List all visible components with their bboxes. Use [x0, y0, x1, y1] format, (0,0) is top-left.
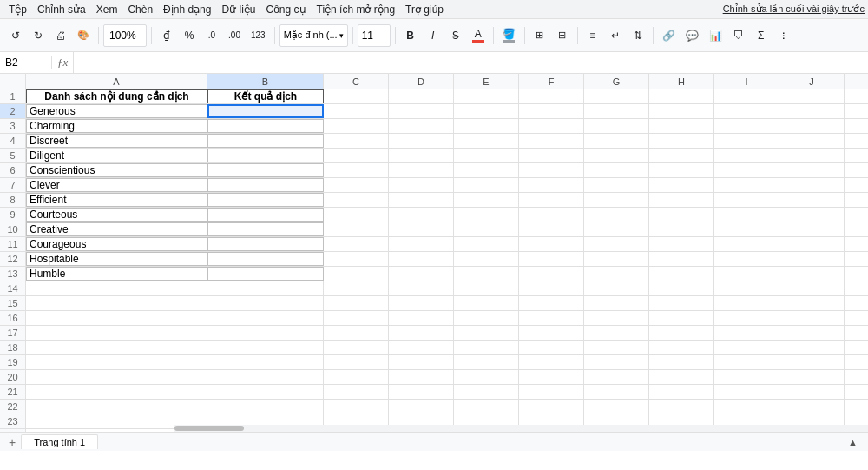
print-button[interactable]: 🖨 [50, 23, 71, 48]
list-item[interactable] [779, 178, 845, 192]
undo-button[interactable]: ↺ [5, 23, 26, 48]
list-item[interactable] [714, 296, 779, 310]
list-item[interactable] [207, 237, 324, 251]
row-number-5[interactable]: 5 [0, 149, 26, 162]
scrollbar-thumb-h[interactable] [174, 426, 244, 431]
row-number-19[interactable]: 19 [0, 355, 26, 369]
list-item[interactable] [519, 222, 584, 236]
list-item[interactable] [454, 326, 519, 340]
list-item[interactable] [454, 89, 519, 103]
list-item[interactable] [454, 208, 519, 222]
list-item[interactable] [454, 134, 519, 148]
list-item[interactable] [389, 193, 454, 207]
list-item[interactable]: Kết quả dịch [207, 89, 324, 103]
row-number-16[interactable]: 16 [0, 311, 26, 325]
list-item[interactable] [714, 178, 779, 192]
list-item[interactable] [207, 355, 324, 369]
list-item[interactable] [454, 385, 519, 399]
list-item[interactable] [649, 400, 714, 414]
list-item[interactable] [519, 178, 584, 192]
decimal-increase-button[interactable]: .00 [224, 23, 245, 48]
cell-reference[interactable]: B2 [0, 56, 52, 69]
comment-button[interactable]: 💬 [681, 23, 703, 48]
list-item[interactable] [519, 134, 584, 148]
chart-button[interactable]: 📊 [705, 23, 727, 48]
number-format-button[interactable]: 123 [247, 23, 270, 48]
list-item[interactable] [324, 385, 389, 399]
list-item[interactable] [26, 385, 207, 399]
list-item[interactable]: Creative [26, 222, 207, 236]
list-item[interactable] [454, 222, 519, 236]
list-item[interactable] [207, 222, 324, 236]
list-item[interactable] [324, 104, 389, 118]
vertical-align-button[interactable]: ⇅ [628, 23, 648, 48]
list-item[interactable] [779, 104, 845, 118]
redo-button[interactable]: ↻ [28, 23, 49, 48]
list-item[interactable] [714, 341, 779, 354]
list-item[interactable] [519, 370, 584, 384]
list-item[interactable] [519, 385, 584, 399]
list-item[interactable] [519, 104, 584, 118]
col-header-g[interactable]: G [584, 74, 649, 89]
grid-scroll[interactable]: 1Danh sách nội dung cần dịchKết quả dịch… [0, 89, 868, 451]
menu-chen[interactable]: Chèn [122, 2, 158, 17]
list-item[interactable] [519, 296, 584, 310]
list-item[interactable] [324, 222, 389, 236]
list-item[interactable] [389, 89, 454, 103]
list-item[interactable]: Diligent [26, 149, 207, 162]
list-item[interactable] [389, 400, 454, 414]
list-item[interactable] [584, 341, 649, 354]
col-header-d[interactable]: D [389, 74, 454, 89]
list-item[interactable] [779, 400, 845, 414]
text-wrap-button[interactable]: ↵ [605, 23, 626, 48]
list-item[interactable] [519, 193, 584, 207]
list-item[interactable] [779, 326, 845, 340]
list-item[interactable] [519, 89, 584, 103]
row-number-2[interactable]: 2 [0, 104, 26, 118]
list-item[interactable] [389, 252, 454, 266]
list-item[interactable] [454, 341, 519, 354]
bold-button[interactable]: B [400, 23, 421, 48]
list-item[interactable] [26, 311, 207, 325]
horizontal-scrollbar[interactable] [174, 425, 868, 432]
menu-chinhsua[interactable]: Chỉnh sửa [32, 2, 91, 17]
list-item[interactable] [649, 237, 714, 251]
list-item[interactable] [649, 134, 714, 148]
list-item[interactable] [324, 89, 389, 103]
list-item[interactable] [584, 252, 649, 266]
list-item[interactable] [584, 400, 649, 414]
list-item[interactable] [454, 193, 519, 207]
list-item[interactable] [454, 119, 519, 133]
list-item[interactable] [519, 208, 584, 222]
list-item[interactable] [714, 149, 779, 162]
list-item[interactable] [389, 134, 454, 148]
list-item[interactable] [454, 163, 519, 177]
list-item[interactable] [389, 355, 454, 369]
list-item[interactable] [26, 355, 207, 369]
list-item[interactable] [519, 149, 584, 162]
list-item[interactable] [519, 163, 584, 177]
strikethrough-button[interactable]: S̶ [445, 23, 466, 48]
list-item[interactable] [714, 311, 779, 325]
list-item[interactable] [324, 178, 389, 192]
list-item[interactable] [779, 163, 845, 177]
list-item[interactable] [207, 149, 324, 162]
row-number-1[interactable]: 1 [0, 89, 26, 103]
row-number-23[interactable]: 23 [0, 414, 26, 428]
list-item[interactable] [389, 267, 454, 281]
list-item[interactable] [584, 326, 649, 340]
row-number-20[interactable]: 20 [0, 370, 26, 384]
paint-format-button[interactable]: 🎨 [73, 23, 94, 48]
list-item[interactable] [714, 237, 779, 251]
list-item[interactable] [649, 267, 714, 281]
col-header-a[interactable]: A [26, 74, 207, 89]
list-item[interactable] [389, 178, 454, 192]
more-button[interactable]: ⫶ [773, 23, 794, 48]
sheet-tab-1[interactable]: Trang tính 1 [21, 434, 98, 449]
list-item[interactable]: Clever [26, 178, 207, 192]
filter-button[interactable]: ⛉ [728, 23, 749, 48]
list-item[interactable] [207, 193, 324, 207]
list-item[interactable] [26, 296, 207, 310]
list-item[interactable] [584, 134, 649, 148]
list-item[interactable] [649, 252, 714, 266]
